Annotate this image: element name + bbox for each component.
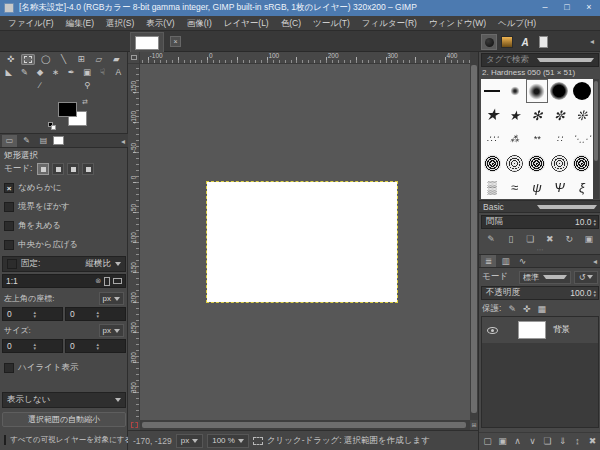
move-tool[interactable]: ✜ [4, 54, 18, 65]
menu-0[interactable]: ファイル(F) [2, 16, 60, 30]
horizontal-ruler[interactable]: -1000100200300400 [140, 52, 470, 64]
ruler-corner-button[interactable] [128, 52, 140, 64]
auto-shrink-button[interactable]: 選択範囲の自動縮小 [2, 412, 126, 427]
fixed-checkbox[interactable] [7, 259, 17, 269]
opacity-slider[interactable]: 不透明度 100.0 ▴▾ [481, 286, 599, 300]
brush-sparks[interactable]: ** [526, 127, 548, 151]
new-brush-icon[interactable]: ▯ [503, 234, 518, 244]
spinner-arrows-icon[interactable]: ▴▾ [34, 310, 61, 318]
brush-grass-2[interactable]: Ѱ [548, 175, 570, 199]
history-tab[interactable]: ▤ [36, 135, 51, 147]
brush-grain-3[interactable] [526, 151, 548, 175]
size-height-field[interactable]: 0 ▴▾ [65, 339, 126, 353]
default-colors-icon[interactable] [48, 122, 57, 131]
ink-tool[interactable]: ✒ [64, 67, 78, 78]
document-history-tab[interactable] [535, 34, 551, 50]
device-status-tab[interactable]: ✎ [19, 135, 34, 147]
scrollbar-thumb[interactable] [142, 422, 466, 428]
menu-4[interactable]: 画像(I) [181, 16, 218, 30]
canvas-viewport[interactable] [140, 64, 470, 420]
dock-menu-icon[interactable]: ◂ [590, 37, 594, 46]
spinner-arrows-icon[interactable]: ▴▾ [97, 310, 124, 318]
dock-splitter-handle[interactable]: ⋯ [479, 247, 600, 254]
delete-layer-icon[interactable]: ✖ [586, 436, 599, 446]
mode-replace[interactable] [37, 163, 49, 175]
menu-6[interactable]: 色(C) [275, 16, 307, 30]
lock-alpha-icon[interactable]: ▦ [537, 304, 546, 314]
menu-1[interactable]: 編集(E) [60, 16, 100, 30]
merge-down-icon[interactable]: ⇓ [556, 436, 569, 446]
brush-grain-1[interactable] [481, 151, 503, 175]
layers-tab[interactable]: ≣ [481, 255, 496, 267]
edit-brush-icon[interactable]: ✎ [484, 234, 499, 244]
lock-pixels-icon[interactable]: ✎ [508, 304, 516, 314]
checkbox[interactable] [4, 202, 14, 212]
shrink-merged-checkbox[interactable] [4, 435, 6, 445]
refresh-brushes-icon[interactable]: ↻ [562, 234, 577, 244]
tag-search-combo[interactable]: タグで検索 [481, 53, 599, 67]
portrait-icon[interactable] [104, 277, 110, 286]
fixed-combo[interactable]: 固定: 縦横比 [2, 256, 126, 272]
menu-7[interactable]: ツール(T) [307, 16, 356, 30]
mode-group-switch[interactable]: ↺ [574, 271, 598, 284]
fonts-tab[interactable]: A [517, 34, 533, 50]
brush-splatter-4[interactable]: ❊ [571, 103, 593, 127]
tool-options-menu-icon[interactable]: ◂ [121, 137, 125, 146]
brush-chalk-2[interactable]: ⁂ [503, 127, 525, 151]
brush-splatter-1[interactable]: ★ [503, 103, 525, 127]
menu-8[interactable]: フィルター(R) [356, 16, 423, 30]
scrollbar-thumb[interactable] [594, 81, 598, 161]
position-unit-combo[interactable]: px [99, 292, 124, 305]
menu-10[interactable]: ヘルプ(H) [492, 16, 542, 30]
brush-group-combo[interactable]: Basic [479, 200, 600, 213]
free-select-tool[interactable]: ◯ [39, 54, 53, 65]
zoom-combo[interactable]: 100 % [207, 434, 249, 448]
airbrush-tool[interactable]: ∗ [49, 67, 63, 78]
close-tab-icon[interactable]: × [170, 36, 181, 47]
fuzzy-select-tool[interactable]: ╲ [57, 54, 71, 65]
layer-row[interactable]: 背景 [482, 317, 598, 343]
new-group-icon[interactable]: ▣ [496, 436, 509, 446]
checkbox[interactable] [4, 240, 14, 250]
vertical-scrollbar[interactable] [470, 52, 478, 420]
mode-intersect[interactable] [82, 163, 94, 175]
guides-combo[interactable]: 表示しない [2, 392, 126, 408]
pencil-tool[interactable]: ✎ [17, 67, 31, 78]
color-picker-tool[interactable]: ∕ [33, 80, 47, 91]
brush-soft-dot-small[interactable] [503, 79, 525, 103]
mode-add[interactable] [52, 163, 64, 175]
clear-icon[interactable]: ⊗ [95, 277, 101, 285]
size-unit-combo[interactable]: px [99, 324, 124, 337]
channels-tab[interactable]: ▥ [498, 255, 513, 267]
menu-2[interactable]: 選択(S) [100, 16, 140, 30]
brush-line[interactable] [481, 79, 503, 103]
spinner-arrows-icon[interactable]: ▴▾ [34, 342, 61, 350]
vertical-ruler[interactable]: -150-100-50050100150200250300350 [128, 64, 140, 420]
text-tool[interactable]: A [111, 67, 125, 78]
maximize-button[interactable]: □ [556, 0, 578, 16]
bucket-fill-tool[interactable]: ◣ [2, 67, 16, 78]
spinner-arrows-icon[interactable]: ▴▾ [593, 289, 596, 297]
position-y-field[interactable]: 0 ▴▾ [65, 307, 126, 321]
raise-layer-icon[interactable]: ∧ [511, 436, 524, 446]
position-x-field[interactable]: 0 ▴▾ [2, 307, 63, 321]
quick-mask-toggle[interactable] [128, 420, 140, 430]
landscape-icon[interactable] [113, 278, 122, 284]
navigation-button[interactable]: ⊞ [470, 420, 478, 430]
brush-grass-3[interactable]: ξ [571, 175, 593, 199]
zoom-tool[interactable]: ⚲ [80, 80, 94, 91]
brush-grain-4[interactable] [548, 151, 570, 175]
brush-grass-1[interactable]: ψ [526, 175, 548, 199]
spinner-arrows-icon[interactable]: ▴▾ [593, 218, 596, 226]
size-width-field[interactable]: 0 ▴▾ [2, 339, 63, 353]
horizontal-scrollbar[interactable] [140, 420, 470, 430]
delete-brush-icon[interactable]: ✖ [542, 234, 557, 244]
brush-spacing-slider[interactable]: 間隔 10.0 ▴▾ [481, 215, 599, 229]
new-layer-icon[interactable]: ▢ [481, 436, 494, 446]
gradients-tab[interactable] [499, 34, 515, 50]
anchor-layer-icon[interactable]: ↨ [571, 436, 584, 446]
highlight-checkbox[interactable] [4, 363, 14, 373]
menu-5[interactable]: レイヤー(L) [218, 16, 275, 30]
brush-speckle[interactable]: ⋱⋰ [571, 127, 593, 151]
rectangle-select-tool[interactable] [21, 54, 35, 65]
